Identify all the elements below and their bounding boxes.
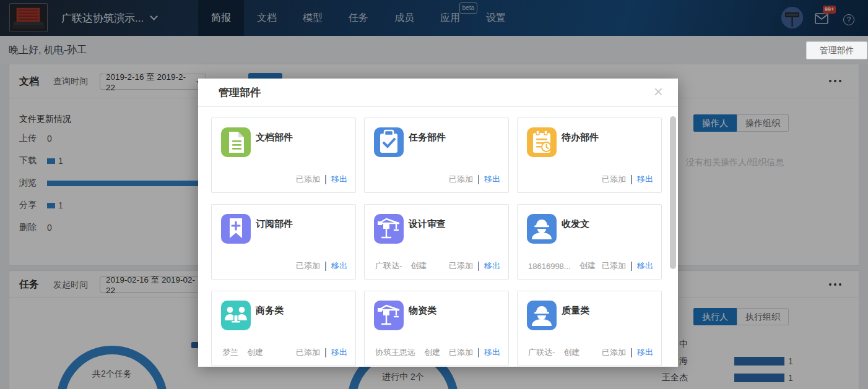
create-label: 创建 bbox=[410, 260, 427, 271]
meeting-icon bbox=[221, 301, 251, 330]
bookmark-plus-icon bbox=[221, 214, 251, 244]
todo-clock-icon bbox=[527, 127, 557, 157]
modal-title: 管理部件 bbox=[219, 79, 261, 107]
remove-link[interactable]: 移出 bbox=[331, 260, 347, 271]
footer-divider bbox=[325, 175, 326, 184]
tower-crane-icon bbox=[374, 301, 404, 330]
creator-name: 梦兰 bbox=[222, 347, 238, 358]
remove-link[interactable]: 移出 bbox=[331, 174, 347, 185]
creator-name: 广联达- bbox=[375, 260, 402, 271]
create-label: 创建 bbox=[424, 347, 440, 358]
creator-name: 18616998... bbox=[528, 262, 571, 271]
component-card: 质量类广联达-创建已添加移出 bbox=[517, 291, 662, 366]
worker-icon bbox=[527, 214, 557, 244]
added-label: 已添加 bbox=[602, 347, 626, 358]
creator-name: 协筑王思远 bbox=[375, 347, 415, 358]
component-card-footer: 已添加移出 bbox=[222, 260, 347, 271]
task-check-icon bbox=[374, 127, 404, 157]
added-label: 已添加 bbox=[296, 260, 320, 271]
component-card-footer: 广联达-创建已添加移出 bbox=[528, 347, 653, 358]
manage-components-modal: 管理部件 × 文档部件已添加移出任务部件已添加移出待办部件已添加移出订阅部件已添… bbox=[198, 79, 678, 367]
footer-divider bbox=[325, 348, 326, 357]
remove-link[interactable]: 移出 bbox=[484, 347, 500, 358]
modal-scrollbar[interactable] bbox=[670, 116, 676, 269]
remove-link[interactable]: 移出 bbox=[484, 260, 500, 271]
create-label: 创建 bbox=[579, 260, 596, 271]
footer-divider bbox=[631, 175, 632, 184]
component-card: 文档部件已添加移出 bbox=[211, 118, 356, 193]
added-label: 已添加 bbox=[296, 174, 320, 185]
document-icon bbox=[221, 127, 251, 157]
footer-divider bbox=[478, 175, 479, 184]
footer-divider bbox=[325, 262, 326, 271]
component-card: 任务部件已添加移出 bbox=[364, 118, 509, 193]
component-card: 收发文18616998...创建已添加移出 bbox=[517, 204, 662, 280]
create-label: 创建 bbox=[247, 347, 263, 358]
remove-link[interactable]: 移出 bbox=[331, 347, 347, 358]
added-label: 已添加 bbox=[296, 347, 320, 358]
remove-link[interactable]: 移出 bbox=[637, 347, 653, 358]
component-card: 设计审查广联达-创建已添加移出 bbox=[364, 204, 509, 280]
footer-divider bbox=[631, 348, 632, 357]
component-card-footer: 梦兰创建已添加移出 bbox=[222, 347, 347, 358]
remove-link[interactable]: 移出 bbox=[484, 174, 500, 185]
component-card: 物资类协筑王思远创建已添加移出 bbox=[364, 291, 509, 366]
component-card-footer: 广联达-创建已添加移出 bbox=[375, 260, 500, 271]
modal-header: 管理部件 × bbox=[198, 79, 678, 107]
footer-divider bbox=[478, 348, 479, 357]
added-label: 已添加 bbox=[449, 347, 473, 358]
component-card-title: 待办部件 bbox=[562, 132, 599, 143]
close-icon[interactable]: × bbox=[654, 82, 663, 101]
footer-divider bbox=[631, 262, 632, 271]
component-card-footer: 已添加移出 bbox=[222, 174, 347, 185]
tower-crane-icon bbox=[374, 214, 404, 244]
component-card-title: 订阅部件 bbox=[256, 218, 293, 230]
component-card-title: 商务类 bbox=[256, 305, 284, 317]
component-card-footer: 协筑王思远创建已添加移出 bbox=[375, 347, 500, 358]
component-card-footer: 18616998...创建已添加移出 bbox=[528, 260, 653, 271]
create-label: 创建 bbox=[563, 347, 579, 358]
component-card-title: 收发文 bbox=[562, 218, 589, 230]
added-label: 已添加 bbox=[449, 174, 473, 185]
component-card: 商务类梦兰创建已添加移出 bbox=[211, 291, 356, 366]
component-card-footer: 已添加移出 bbox=[375, 174, 500, 185]
component-card: 待办部件已添加移出 bbox=[517, 118, 662, 193]
creator-name: 广联达- bbox=[528, 347, 555, 358]
component-card-title: 任务部件 bbox=[409, 132, 446, 143]
remove-link[interactable]: 移出 bbox=[637, 260, 653, 271]
added-label: 已添加 bbox=[602, 174, 626, 185]
worker-icon bbox=[527, 301, 557, 330]
component-card-footer: 已添加移出 bbox=[528, 174, 653, 185]
remove-link[interactable]: 移出 bbox=[637, 174, 653, 185]
component-card: 订阅部件已添加移出 bbox=[211, 204, 356, 280]
component-card-grid: 文档部件已添加移出任务部件已添加移出待办部件已添加移出订阅部件已添加移出设计审查… bbox=[211, 118, 662, 366]
added-label: 已添加 bbox=[449, 260, 473, 271]
footer-divider bbox=[478, 262, 479, 271]
component-card-title: 文档部件 bbox=[256, 132, 293, 143]
component-card-title: 设计审查 bbox=[409, 218, 446, 230]
manage-components-button[interactable]: 管理部件 bbox=[806, 41, 867, 59]
component-card-title: 质量类 bbox=[562, 305, 589, 317]
added-label: 已添加 bbox=[602, 260, 626, 271]
component-card-title: 物资类 bbox=[409, 305, 436, 317]
